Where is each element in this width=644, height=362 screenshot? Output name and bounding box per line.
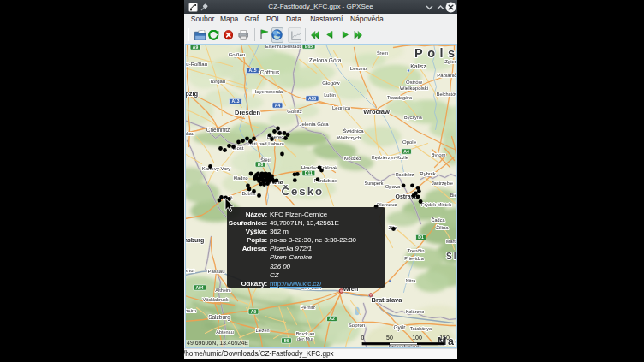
svg-text:Trenčín: Trenčín: [407, 248, 424, 253]
svg-text:Cottbus: Cottbus: [260, 69, 280, 75]
svg-text:Legnica: Legnica: [332, 105, 351, 110]
svg-text:Vöcklabruck: Vöcklabruck: [203, 297, 229, 302]
svg-text:Eisenhüttenstadt: Eisenhüttenstadt: [265, 45, 301, 49]
svg-text:100: 100: [412, 335, 422, 341]
svg-text:Chemnitz: Chemnitz: [206, 127, 230, 133]
svg-text:56: 56: [284, 338, 289, 343]
svg-text:150: 150: [439, 335, 450, 341]
svg-text:Bytom: Bytom: [431, 152, 445, 157]
svg-text:Abtenau: Abtenau: [216, 329, 234, 335]
svg-text:Sopron: Sopron: [349, 323, 365, 328]
svg-text:Česko: Česko: [282, 185, 325, 198]
svg-text:Zielona Góra: Zielona Góra: [309, 57, 342, 63]
svg-text:Polska: Polska: [414, 46, 456, 60]
svg-text:Świdnica: Świdnica: [343, 128, 364, 134]
svg-text:sau-Roßlau: sau-Roßlau: [186, 62, 207, 67]
svg-text:Čadca: Čadca: [432, 217, 446, 223]
svg-text:Golßen: Golßen: [229, 52, 246, 57]
svg-text:Štětí: Štětí: [260, 157, 271, 163]
svg-text:Bratislava: Bratislava: [372, 296, 403, 304]
svg-text:Kalisz: Kalisz: [410, 63, 426, 69]
svg-text:Frýdek-Místek: Frýdek-Místek: [421, 202, 451, 207]
svg-text:Kędzierzyn-Koźle: Kędzierzyn-Koźle: [372, 155, 408, 160]
svg-text:Opole: Opole: [402, 139, 417, 145]
svg-text:Prievidza: Prievidza: [404, 256, 425, 261]
svg-text:ckau: ckau: [186, 131, 194, 136]
svg-text:Jelenia Góra: Jelenia Góra: [299, 122, 329, 127]
svg-text:Zgierz: Zgierz: [444, 59, 456, 64]
svg-text:Wałbrzych: Wałbrzych: [337, 135, 361, 140]
svg-text:Bełchatów: Bełchatów: [437, 92, 456, 97]
svg-text:Wrocław: Wrocław: [363, 108, 390, 116]
svg-text:Śrem: Śrem: [377, 50, 389, 56]
svg-text:A4: A4: [275, 103, 281, 108]
svg-text:A4: A4: [403, 149, 409, 154]
svg-text:Sloven: Sloven: [446, 252, 456, 261]
svg-text:Wielkopolski: Wielkopolski: [400, 86, 428, 91]
svg-text:50: 50: [386, 335, 393, 341]
svg-text:Ústí nad Labem: Ústí nad Labem: [247, 141, 283, 146]
svg-text:Racibórz: Racibórz: [396, 172, 414, 177]
svg-text:A9: A9: [193, 45, 199, 50]
svg-text:Dresden: Dresden: [235, 109, 260, 116]
svg-text:0: 0: [361, 335, 365, 341]
svg-text:A15: A15: [248, 68, 256, 73]
svg-text:Twardogóra: Twardogóra: [387, 95, 413, 100]
svg-text:Pernitz: Pernitz: [301, 305, 315, 310]
svg-text:Lubin: Lubin: [324, 92, 335, 98]
svg-text:Tatabánya: Tatabánya: [410, 326, 432, 331]
svg-text:Kolárovo: Kolárovo: [406, 309, 425, 314]
svg-text:Nitra: Nitra: [406, 278, 417, 283]
svg-text:Karlovy Vary: Karlovy Vary: [202, 166, 231, 171]
svg-text:A2: A2: [329, 316, 335, 321]
svg-text:Salzburg: Salzburg: [208, 314, 230, 321]
svg-text:Kladno: Kladno: [233, 175, 247, 181]
svg-text:Altheim: Altheim: [215, 288, 231, 293]
svg-text:D1: D1: [418, 234, 424, 240]
svg-text:A9: A9: [251, 309, 257, 314]
svg-text:Győr: Győr: [393, 324, 406, 331]
svg-text:shut: shut: [186, 268, 195, 273]
svg-text:heim: heim: [186, 308, 196, 313]
svg-text:der Mur: der Mur: [297, 336, 313, 341]
svg-text:Opava: Opava: [385, 184, 401, 189]
svg-text:D11: D11: [305, 170, 313, 175]
svg-text:E65: E65: [305, 45, 313, 49]
svg-text:Leszno: Leszno: [350, 66, 367, 71]
svg-text:A18: A18: [308, 96, 316, 101]
svg-text:eipzig: eipzig: [186, 90, 199, 98]
svg-text:Žilina: Žilina: [436, 224, 449, 230]
svg-text:Jastrzębie: Jastrzębie: [432, 181, 453, 186]
svg-text:nsburg: nsburg: [186, 237, 204, 244]
svg-text:Martin: Martin: [446, 239, 456, 244]
svg-text:A13: A13: [231, 98, 239, 104]
svg-text:Liezen: Liezen: [255, 328, 269, 333]
svg-text:Ostrów: Ostrów: [406, 80, 423, 85]
svg-text:Rybnik: Rybnik: [420, 171, 436, 176]
svg-text:Šumperk: Šumperk: [364, 181, 383, 186]
svg-text:Głogów: Głogów: [322, 80, 340, 86]
svg-text:Bielsko: Bielsko: [450, 193, 456, 198]
svg-text:Hoyerswerda: Hoyerswerda: [253, 89, 283, 94]
svg-text:Passau: Passau: [207, 269, 224, 274]
svg-text:Kłodzko: Kłodzko: [344, 156, 361, 161]
svg-text:Görlitz: Görlitz: [287, 109, 301, 114]
svg-text:A94: A94: [195, 285, 203, 290]
svg-text:Pabianice: Pabianice: [437, 73, 456, 78]
svg-text:Torgau: Torgau: [210, 79, 225, 84]
svg-text:Byczyna: Byczyna: [404, 115, 423, 120]
